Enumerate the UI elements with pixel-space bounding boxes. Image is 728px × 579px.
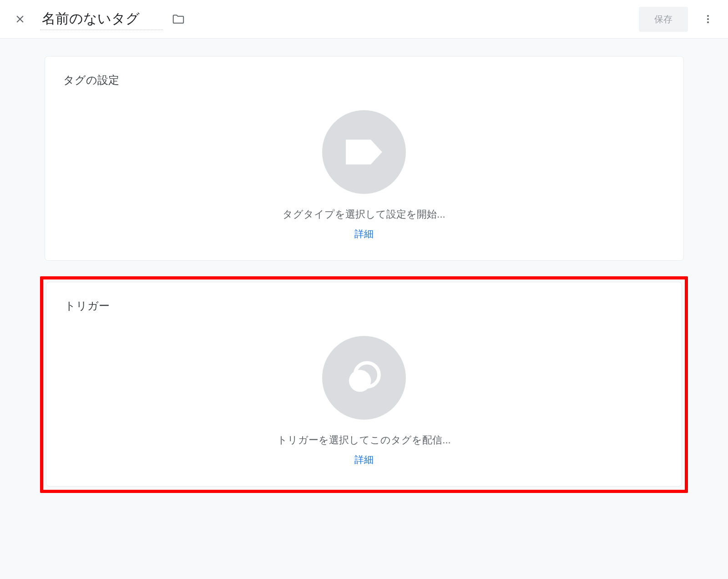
trigger-icon bbox=[344, 358, 384, 398]
svg-point-1 bbox=[707, 18, 709, 20]
svg-point-0 bbox=[707, 15, 709, 17]
more-vert-icon bbox=[703, 14, 713, 25]
editor-header: 保存 bbox=[0, 0, 728, 39]
trigger-empty-icon-circle bbox=[322, 336, 406, 420]
trigger-card[interactable]: トリガー トリガーを選択してこのタグを配信... 詳細 bbox=[46, 282, 682, 487]
more-menu-button[interactable] bbox=[697, 8, 719, 30]
folder-button[interactable] bbox=[167, 8, 189, 30]
tag-config-title: タグの設定 bbox=[63, 73, 665, 87]
close-icon bbox=[14, 13, 26, 25]
editor-content: タグの設定 タグタイプを選択して設定を開始... 詳細 トリガー トリガ bbox=[0, 39, 728, 579]
svg-point-2 bbox=[707, 21, 709, 23]
tag-config-empty-text: タグタイプを選択して設定を開始... bbox=[283, 208, 445, 221]
tag-name-input[interactable] bbox=[40, 9, 163, 30]
tag-config-detail-link[interactable]: 詳細 bbox=[354, 228, 374, 240]
tag-config-card[interactable]: タグの設定 タグタイプを選択して設定を開始... 詳細 bbox=[45, 56, 684, 261]
trigger-title: トリガー bbox=[65, 299, 663, 313]
tag-config-body: タグタイプを選択して設定を開始... 詳細 bbox=[63, 101, 665, 240]
folder-icon bbox=[172, 12, 185, 26]
trigger-detail-link[interactable]: 詳細 bbox=[354, 453, 374, 466]
close-button[interactable] bbox=[9, 8, 31, 30]
svg-point-4 bbox=[349, 370, 371, 391]
trigger-highlight: トリガー トリガーを選択してこのタグを配信... 詳細 bbox=[40, 276, 688, 493]
tag-icon bbox=[345, 138, 383, 166]
save-button[interactable]: 保存 bbox=[639, 7, 688, 32]
tag-empty-icon-circle bbox=[322, 110, 406, 194]
trigger-empty-text: トリガーを選択してこのタグを配信... bbox=[277, 433, 450, 447]
trigger-body: トリガーを選択してこのタグを配信... 詳細 bbox=[65, 327, 663, 466]
